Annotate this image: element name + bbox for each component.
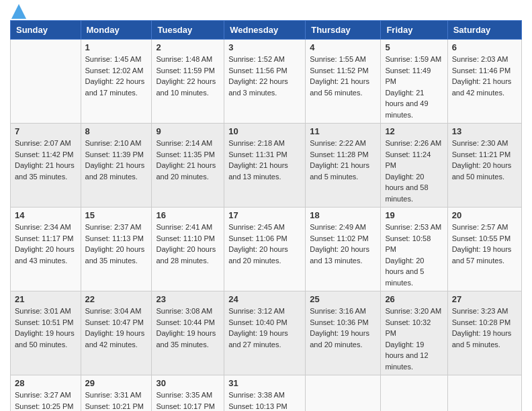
daylight-text: Daylight: 19 hours and 35 minutes. (156, 328, 220, 350)
daylight-text: Daylight: 21 hours and 13 minutes. (228, 160, 301, 182)
calendar-week-row: 1 Sunrise: 1:45 AM Sunset: 12:02 AM Dayl… (11, 40, 522, 124)
day-number: 24 (228, 294, 301, 304)
daylight-text: Daylight: 19 hours and 5 minutes. (452, 328, 517, 350)
sunset-text: Sunset: 11:59 PM (156, 65, 220, 77)
daylight-text: Daylight: 20 hours and 28 minutes. (156, 244, 220, 266)
day-number: 29 (85, 378, 148, 388)
sunrise-text: Sunrise: 3:08 AM (156, 306, 220, 317)
sunrise-text: Sunrise: 3:12 AM (228, 306, 301, 317)
day-info: Sunrise: 3:27 AM Sunset: 10:25 PM Daylig… (15, 390, 77, 411)
calendar-cell: 12 Sunrise: 2:26 AM Sunset: 11:24 PM Day… (381, 124, 447, 208)
day-number: 27 (452, 294, 517, 304)
weekday-header-sunday: Sunday (11, 21, 81, 40)
daylight-text: Daylight: 19 hours and 50 minutes. (15, 328, 77, 350)
sunrise-text: Sunrise: 3:31 AM (85, 390, 148, 401)
sunrise-text: Sunrise: 2:26 AM (385, 138, 443, 149)
svg-marker-0 (11, 4, 26, 19)
calendar-week-row: 21 Sunrise: 3:01 AM Sunset: 10:51 PM Day… (11, 291, 522, 375)
day-info: Sunrise: 1:55 AM Sunset: 11:52 PM Daylig… (310, 54, 376, 98)
daylight-text: Daylight: 22 hours and 3 minutes. (228, 76, 301, 98)
sunset-text: Sunset: 10:44 PM (156, 317, 220, 328)
day-number: 4 (310, 42, 376, 52)
daylight-text: Daylight: 22 hours and 10 minutes. (156, 76, 220, 98)
calendar-cell (447, 375, 521, 412)
sunset-text: Sunset: 11:21 PM (452, 149, 517, 161)
day-info: Sunrise: 2:03 AM Sunset: 11:46 PM Daylig… (452, 54, 517, 98)
day-info: Sunrise: 2:57 AM Sunset: 10:55 PM Daylig… (452, 222, 517, 266)
sunset-text: Sunset: 10:40 PM (228, 317, 301, 328)
daylight-text: Daylight: 21 hours and 49 minutes. (385, 87, 443, 121)
sunrise-text: Sunrise: 2:53 AM (385, 222, 443, 233)
day-info: Sunrise: 2:07 AM Sunset: 11:42 PM Daylig… (15, 138, 77, 182)
sunrise-text: Sunrise: 1:55 AM (310, 54, 376, 65)
calendar-cell: 1 Sunrise: 1:45 AM Sunset: 12:02 AM Dayl… (81, 40, 152, 124)
daylight-text: Daylight: 19 hours and 27 minutes. (228, 328, 301, 350)
sunrise-text: Sunrise: 2:18 AM (228, 138, 301, 149)
day-info: Sunrise: 2:49 AM Sunset: 11:02 PM Daylig… (310, 222, 376, 266)
sunset-text: Sunset: 11:49 PM (385, 65, 443, 87)
weekday-header-wednesday: Wednesday (224, 21, 306, 40)
calendar-cell (306, 375, 381, 412)
day-info: Sunrise: 2:34 AM Sunset: 11:17 PM Daylig… (15, 222, 77, 266)
calendar-cell: 25 Sunrise: 3:16 AM Sunset: 10:36 PM Day… (306, 291, 381, 375)
sunrise-text: Sunrise: 2:07 AM (15, 138, 77, 149)
sunrise-text: Sunrise: 2:49 AM (310, 222, 376, 233)
daylight-text: Daylight: 20 hours and 58 minutes. (385, 171, 443, 205)
day-info: Sunrise: 2:41 AM Sunset: 11:10 PM Daylig… (156, 222, 220, 266)
sunset-text: Sunset: 10:58 PM (385, 233, 443, 255)
calendar-cell: 16 Sunrise: 2:41 AM Sunset: 11:10 PM Day… (152, 208, 224, 291)
day-info: Sunrise: 2:53 AM Sunset: 10:58 PM Daylig… (385, 222, 443, 288)
day-number: 10 (228, 126, 301, 136)
sunrise-text: Sunrise: 3:20 AM (385, 306, 443, 317)
day-number: 17 (228, 210, 301, 220)
sunrise-text: Sunrise: 1:45 AM (85, 54, 148, 65)
calendar-cell: 15 Sunrise: 2:37 AM Sunset: 11:13 PM Day… (81, 208, 152, 291)
day-info: Sunrise: 1:48 AM Sunset: 11:59 PM Daylig… (156, 54, 220, 98)
sunrise-text: Sunrise: 3:38 AM (228, 390, 301, 401)
calendar-cell: 5 Sunrise: 1:59 AM Sunset: 11:49 PM Dayl… (381, 40, 447, 124)
sunset-text: Sunset: 11:39 PM (85, 149, 148, 161)
sunrise-text: Sunrise: 3:16 AM (310, 306, 376, 317)
sunset-text: Sunset: 10:55 PM (452, 233, 517, 244)
calendar-week-row: 14 Sunrise: 2:34 AM Sunset: 11:17 PM Day… (11, 208, 522, 291)
day-number: 18 (310, 210, 376, 220)
daylight-text: Daylight: 19 hours and 20 minutes. (310, 328, 376, 350)
calendar-cell: 6 Sunrise: 2:03 AM Sunset: 11:46 PM Dayl… (447, 40, 521, 124)
logo (10, 7, 26, 15)
daylight-text: Daylight: 20 hours and 43 minutes. (15, 244, 77, 266)
calendar-week-row: 28 Sunrise: 3:27 AM Sunset: 10:25 PM Day… (11, 375, 522, 412)
day-info: Sunrise: 3:01 AM Sunset: 10:51 PM Daylig… (15, 306, 77, 350)
weekday-header-thursday: Thursday (306, 21, 381, 40)
day-number: 19 (385, 210, 443, 220)
sunset-text: Sunset: 10:17 PM (156, 401, 220, 412)
day-info: Sunrise: 2:45 AM Sunset: 11:06 PM Daylig… (228, 222, 301, 266)
page-header (10, 7, 522, 15)
daylight-text: Daylight: 22 hours and 17 minutes. (85, 76, 148, 98)
sunset-text: Sunset: 11:24 PM (385, 149, 443, 171)
weekday-header-saturday: Saturday (447, 21, 521, 40)
day-number: 16 (156, 210, 220, 220)
day-info: Sunrise: 1:52 AM Sunset: 11:56 PM Daylig… (228, 54, 301, 98)
day-info: Sunrise: 2:26 AM Sunset: 11:24 PM Daylig… (385, 138, 443, 204)
day-number: 13 (452, 126, 517, 136)
sunrise-text: Sunrise: 1:48 AM (156, 54, 220, 65)
calendar-cell: 29 Sunrise: 3:31 AM Sunset: 10:21 PM Day… (81, 375, 152, 412)
day-info: Sunrise: 3:12 AM Sunset: 10:40 PM Daylig… (228, 306, 301, 350)
sunset-text: Sunset: 10:51 PM (15, 317, 77, 328)
sunrise-text: Sunrise: 2:57 AM (452, 222, 517, 233)
sunset-text: Sunset: 10:13 PM (228, 401, 301, 412)
sunset-text: Sunset: 11:02 PM (310, 233, 376, 244)
day-number: 2 (156, 42, 220, 52)
sunrise-text: Sunrise: 2:10 AM (85, 138, 148, 149)
daylight-text: Daylight: 21 hours and 42 minutes. (452, 76, 517, 98)
day-number: 20 (452, 210, 517, 220)
sunrise-text: Sunrise: 2:22 AM (310, 138, 376, 149)
daylight-text: Daylight: 20 hours and 50 minutes. (452, 160, 517, 182)
sunrise-text: Sunrise: 3:35 AM (156, 390, 220, 401)
calendar-cell: 17 Sunrise: 2:45 AM Sunset: 11:06 PM Day… (224, 208, 306, 291)
logo-triangle-icon (11, 4, 26, 19)
daylight-text: Daylight: 20 hours and 13 minutes. (310, 244, 376, 266)
day-number: 23 (156, 294, 220, 304)
sunset-text: Sunset: 11:06 PM (228, 233, 301, 244)
day-number: 15 (85, 210, 148, 220)
